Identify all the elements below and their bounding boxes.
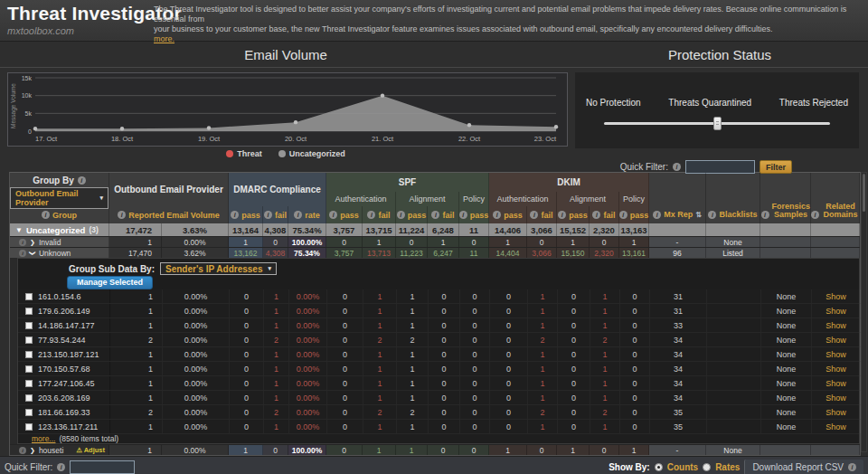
filter-button[interactable]: Filter (760, 160, 792, 174)
info-icon[interactable]: i (118, 211, 126, 219)
info-icon[interactable]: i (558, 211, 566, 219)
info-icon[interactable]: i (264, 211, 272, 219)
show-link[interactable]: Show (812, 304, 861, 318)
adjust-warning[interactable]: ⚠ Adjust (76, 446, 105, 454)
scrollbar-thumb[interactable] (863, 174, 865, 212)
row-checkbox[interactable] (25, 365, 33, 373)
cell: 1 (397, 391, 429, 404)
cell: 1 (590, 376, 620, 390)
show-link[interactable]: Show (812, 289, 861, 303)
collapse-icon[interactable]: ▼ (15, 226, 23, 234)
info-icon[interactable]: i (459, 211, 467, 219)
ip-row[interactable]: 170.150.57.6810.00%010.00%011000101034No… (18, 362, 859, 376)
legend-item[interactable]: Threat (226, 149, 262, 158)
show-link[interactable]: Show (812, 376, 861, 390)
info-icon[interactable]: i (397, 211, 405, 219)
ip-row[interactable]: 14.186.147.17710.00%010.00%011000101033N… (18, 318, 859, 333)
vertical-scrollbar[interactable] (861, 172, 867, 452)
cell: 0.00% (163, 304, 230, 318)
info-icon[interactable]: i (848, 463, 856, 471)
cell: 1 (397, 289, 429, 303)
row-checkbox[interactable] (25, 322, 33, 329)
dmarc-pass-header: ipass (229, 206, 263, 223)
show-link[interactable]: Show (812, 362, 861, 375)
cell: 0 (620, 362, 650, 375)
ip-row[interactable]: 123.136.117.21110.00%010.00%011000101035… (18, 420, 859, 434)
info-icon[interactable]: i (57, 463, 65, 471)
info-icon[interactable]: i (367, 211, 375, 219)
row-checkbox[interactable] (25, 394, 33, 402)
info-icon[interactable]: i (619, 211, 627, 219)
expand-icon[interactable]: ❯ (29, 251, 36, 256)
group-row[interactable]: i❯Invalid10.00%10100.00%0101010101-None (10, 236, 860, 247)
info-icon[interactable]: i (42, 211, 50, 219)
info-icon[interactable]: i (761, 211, 769, 219)
ip-row[interactable]: 77.93.54.24420.00%020.00%022000202034Non… (18, 333, 859, 347)
info-icon[interactable]: i (19, 250, 26, 257)
info-icon[interactable]: i (294, 211, 302, 219)
info-icon[interactable]: i (231, 211, 239, 219)
cell (706, 223, 760, 236)
row-checkbox[interactable] (25, 337, 33, 344)
expand-icon[interactable]: ❯ (30, 447, 35, 454)
group-name: Invalid (39, 238, 61, 247)
ip-row[interactable]: 203.6.208.16910.00%010.00%011000101034No… (18, 391, 859, 405)
more-items-link[interactable]: more... (32, 434, 55, 443)
info-icon[interactable]: i (19, 447, 26, 454)
info-icon[interactable]: i (708, 211, 716, 219)
info-icon[interactable]: i (431, 211, 439, 219)
group-row[interactable]: i❯houseti⚠ Adjust10.00%10100.00%01100101… (10, 444, 860, 455)
cell: 0 (620, 420, 650, 433)
cell: 0.00% (289, 333, 327, 346)
legend-item[interactable]: Uncategorized (278, 149, 345, 158)
info-icon[interactable]: i (673, 163, 681, 171)
show-link[interactable]: Show (812, 420, 861, 433)
table-header: Group By i Outbound Email Provider ▾ i G… (10, 173, 860, 223)
cell: 34 (650, 362, 707, 375)
cell: 1 (110, 289, 163, 303)
row-checkbox[interactable] (25, 380, 33, 387)
quick-filter-input[interactable] (685, 160, 755, 174)
cell: - (649, 237, 706, 247)
row-checkbox[interactable] (25, 351, 33, 358)
expand-icon[interactable]: ❯ (30, 239, 35, 246)
quick-filter-bottom-input[interactable] (70, 460, 135, 474)
info-icon[interactable]: i (592, 211, 600, 219)
rates-radio[interactable] (703, 463, 711, 471)
row-checkbox[interactable] (25, 423, 33, 431)
info-icon[interactable]: i (329, 211, 337, 219)
download-report-csv-button[interactable]: Download Report CSV i (744, 460, 863, 474)
info-icon[interactable]: i (19, 239, 26, 246)
cell: 34 (650, 391, 707, 404)
show-link[interactable]: Show (812, 391, 861, 404)
ip-label: 213.150.187.121 (18, 347, 110, 361)
info-icon[interactable]: i (653, 211, 661, 219)
counts-label[interactable]: Counts (667, 462, 698, 472)
rates-label[interactable]: Rates (715, 462, 740, 472)
ip-row[interactable]: 179.6.206.14910.00%010.00%011000101031No… (18, 304, 859, 318)
row-checkbox[interactable] (25, 293, 33, 300)
show-link[interactable]: Show (812, 318, 861, 332)
info-icon[interactable]: i (493, 211, 501, 219)
slider-handle[interactable] (713, 117, 722, 130)
row-checkbox[interactable] (25, 409, 33, 416)
info-icon[interactable]: i (811, 211, 819, 219)
group-row[interactable]: i❯Unknown17,4703.62%13,1624,30875.34%3,7… (10, 247, 860, 258)
ip-row[interactable]: 161.0.154.610.00%010.00%011000101031None… (18, 289, 859, 304)
cell: 0 (460, 362, 490, 375)
summary-row[interactable]: ▼Uncategorized(3)17,4723.63%13,1644,3087… (10, 223, 860, 236)
ip-row[interactable]: 177.247.106.4510.00%010.00%011000101034N… (18, 376, 859, 391)
counts-radio[interactable] (655, 463, 663, 471)
manage-selected-button[interactable]: Manage Selected (67, 276, 153, 289)
info-icon[interactable]: i (78, 176, 86, 185)
show-link[interactable]: Show (812, 333, 861, 346)
ip-row[interactable]: 213.150.187.12110.00%010.00%011000101034… (18, 347, 859, 362)
sort-icon[interactable]: ⇅ (695, 211, 702, 219)
show-link[interactable]: Show (812, 347, 861, 361)
ip-row[interactable]: 181.66.169.3320.00%020.00%022000202035No… (18, 405, 859, 420)
row-checkbox[interactable] (25, 308, 33, 315)
info-icon[interactable]: i (530, 211, 538, 219)
sub-data-dropdown[interactable]: Sender's IP Addresses ▾ (160, 262, 277, 275)
show-link[interactable]: Show (812, 405, 861, 419)
ip-address: 123.136.117.211 (38, 422, 98, 431)
